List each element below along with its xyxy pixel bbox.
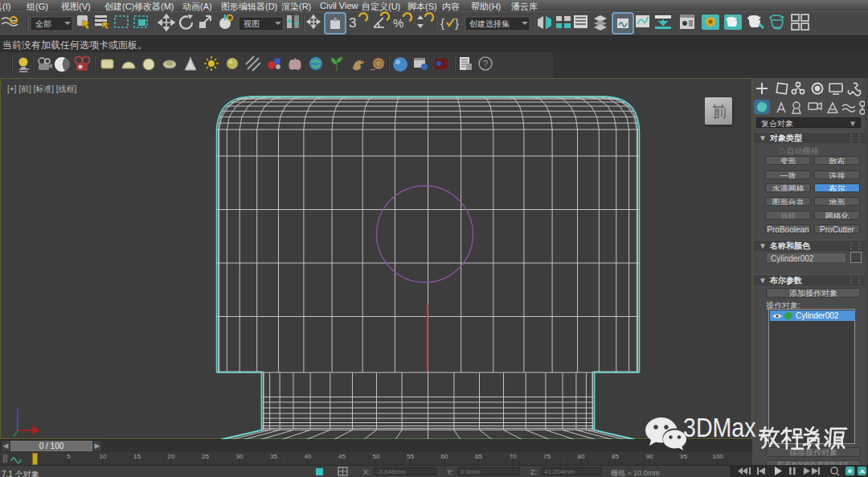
svg-text:%: % [393, 16, 403, 30]
svg-text:全部: 全部 [35, 19, 51, 28]
svg-text:70: 70 [510, 453, 517, 460]
svg-text:65: 65 [475, 453, 482, 460]
svg-text:75: 75 [543, 453, 551, 460]
svg-text:45: 45 [338, 453, 346, 460]
svg-text:30: 30 [236, 453, 244, 460]
svg-text:80: 80 [578, 453, 585, 460]
svg-text:25: 25 [202, 453, 209, 460]
svg-text:15: 15 [133, 453, 141, 460]
svg-text:40: 40 [305, 453, 312, 460]
svg-text:55: 55 [407, 453, 414, 460]
svg-text:10: 10 [100, 453, 107, 460]
svg-text:50: 50 [373, 453, 380, 460]
svg-text:创建选择集: 创建选择集 [469, 19, 510, 28]
svg-text:60: 60 [441, 453, 448, 460]
svg-text:3: 3 [349, 15, 356, 31]
svg-text:?: ? [483, 59, 488, 68]
svg-text:{: { [440, 16, 444, 30]
svg-text:视图: 视图 [244, 19, 260, 28]
svg-text:}: } [455, 16, 459, 30]
svg-text:5: 5 [67, 453, 71, 460]
svg-text:20: 20 [168, 453, 175, 460]
svg-text:85: 85 [612, 453, 619, 460]
svg-text:35: 35 [270, 453, 277, 460]
